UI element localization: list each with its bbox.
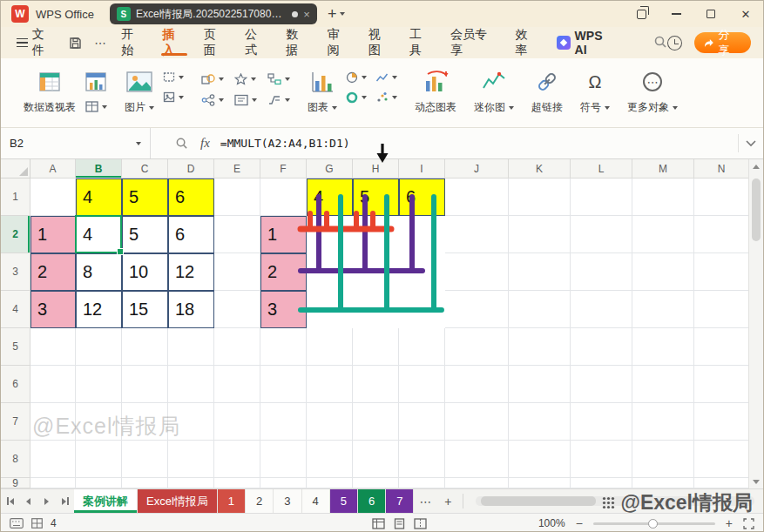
cell-J2[interactable]: [445, 216, 509, 253]
keyboard-icon[interactable]: [10, 518, 24, 529]
cell-H4[interactable]: [353, 291, 399, 328]
cell-H6[interactable]: [353, 366, 399, 403]
hyperlink-button[interactable]: 超链接: [531, 69, 563, 115]
page-break-view-icon[interactable]: [414, 518, 427, 529]
cell-N5[interactable]: [694, 328, 749, 366]
select-all-corner[interactable]: [1, 159, 30, 178]
cell-L7[interactable]: [571, 403, 632, 441]
cell-J8[interactable]: [445, 441, 509, 478]
cell-mode-icon[interactable]: [31, 518, 43, 529]
col-header-A[interactable]: A: [30, 159, 76, 178]
cell-L6[interactable]: [571, 366, 632, 403]
search-button[interactable]: [653, 35, 667, 51]
row-header-2[interactable]: 2: [1, 216, 30, 253]
cell-E1[interactable]: [214, 178, 260, 216]
cell-K1[interactable]: [509, 178, 571, 216]
cell-E9[interactable]: [214, 478, 260, 488]
row-header-3[interactable]: 3: [1, 253, 30, 291]
cell-F1[interactable]: [260, 178, 307, 216]
cell-M9[interactable]: [632, 478, 694, 488]
cell-C9[interactable]: [122, 478, 168, 488]
window-manage-button[interactable]: [624, 1, 659, 27]
row-header-8[interactable]: 8: [1, 441, 30, 478]
cell-L3[interactable]: [571, 253, 632, 291]
vertical-scroll-thumb[interactable]: [752, 178, 761, 241]
cell-A6[interactable]: [30, 366, 76, 403]
sparkline-button[interactable]: 迷你图: [474, 69, 514, 115]
cell-K7[interactable]: [509, 403, 571, 441]
cell-D8[interactable]: [168, 441, 214, 478]
share-button[interactable]: 分享: [694, 32, 751, 53]
cell-C4[interactable]: 15: [122, 291, 168, 328]
name-box-caret-icon[interactable]: [136, 142, 141, 145]
cell-G1[interactable]: 4: [307, 178, 353, 216]
cell-N4[interactable]: [694, 291, 749, 328]
sheet-tab-tab-4[interactable]: 4: [302, 489, 330, 513]
cell-A2[interactable]: 1: [30, 216, 76, 253]
col-header-F[interactable]: F: [260, 159, 307, 178]
row-header-1[interactable]: 1: [1, 178, 30, 216]
maximize-button[interactable]: [693, 1, 728, 27]
zoom-slider-thumb[interactable]: [648, 519, 658, 529]
col-header-E[interactable]: E: [214, 159, 260, 178]
col-header-J[interactable]: J: [445, 159, 509, 178]
cell-C3[interactable]: 10: [122, 253, 168, 291]
scroll-down-button[interactable]: [749, 475, 763, 488]
cell-A8[interactable]: [30, 441, 76, 478]
cell-F7[interactable]: [260, 403, 307, 441]
file-menu-button[interactable]: 文件: [10, 31, 63, 54]
cell-A3[interactable]: 2: [30, 253, 76, 291]
cell-E3[interactable]: [214, 253, 260, 291]
cell-I9[interactable]: [399, 478, 445, 488]
cell-J4[interactable]: [445, 291, 509, 328]
zoom-slider[interactable]: [593, 522, 715, 525]
row-header-5[interactable]: 5: [1, 328, 30, 366]
cell-I8[interactable]: [399, 441, 445, 478]
table-button[interactable]: [85, 100, 107, 113]
cell-A5[interactable]: [30, 328, 76, 366]
cell-I1[interactable]: 6: [399, 178, 445, 216]
cell-G9[interactable]: [307, 478, 353, 488]
col-header-I[interactable]: I: [399, 159, 445, 178]
menu-insert[interactable]: 插入: [153, 27, 194, 58]
cell-F6[interactable]: [260, 366, 307, 403]
pivot-table-button[interactable]: 数据透视表: [24, 69, 76, 115]
dynamic-chart-button[interactable]: 动态图表: [415, 69, 456, 115]
image-tools-button[interactable]: [163, 91, 184, 104]
col-header-G[interactable]: G: [307, 159, 353, 178]
cell-F4[interactable]: 3: [260, 291, 307, 328]
normal-view-icon[interactable]: [372, 518, 385, 529]
cell-D3[interactable]: 12: [168, 253, 214, 291]
cell-K9[interactable]: [509, 478, 571, 488]
col-header-K[interactable]: K: [509, 159, 571, 178]
cell-B4[interactable]: 12: [76, 291, 122, 328]
cell-J3[interactable]: [445, 253, 509, 291]
cell-A1[interactable]: [30, 178, 76, 216]
cell-L1[interactable]: [571, 178, 632, 216]
col-header-D[interactable]: D: [168, 159, 214, 178]
cell-C2[interactable]: 5: [122, 216, 168, 253]
sheet-tab-tab-3[interactable]: 3: [274, 489, 301, 513]
cell-M7[interactable]: [632, 403, 694, 441]
cell-E8[interactable]: [214, 441, 260, 478]
cell-B2[interactable]: 4: [76, 216, 122, 253]
cell-N3[interactable]: [694, 253, 749, 291]
vertical-scrollbar[interactable]: [748, 159, 763, 488]
cell-H5[interactable]: [353, 328, 399, 366]
cell-F3[interactable]: 2: [260, 253, 307, 291]
wps-ai-menu[interactable]: WPS AI: [557, 29, 617, 57]
cell-E6[interactable]: [214, 366, 260, 403]
add-sheet-button[interactable]: +: [436, 489, 459, 513]
save-button[interactable]: [69, 37, 82, 50]
sheet-tab-tab-2[interactable]: 2: [246, 489, 274, 513]
cell-I2[interactable]: [399, 216, 445, 253]
col-header-M[interactable]: M: [632, 159, 694, 178]
sheet-tab-tab-5[interactable]: 5: [330, 489, 358, 513]
sheet-tab-excel-qingbaoju[interactable]: Excel情报局: [138, 489, 218, 513]
sheet-tab-tab-1[interactable]: 1: [218, 489, 246, 513]
document-tab[interactable]: S Excel情报局.2025022517080013 ×: [110, 3, 317, 24]
tab-close-icon[interactable]: ×: [303, 8, 310, 21]
menu-data[interactable]: 数据: [277, 27, 318, 58]
cell-B8[interactable]: [76, 441, 122, 478]
zoom-in-button[interactable]: +: [723, 516, 735, 530]
